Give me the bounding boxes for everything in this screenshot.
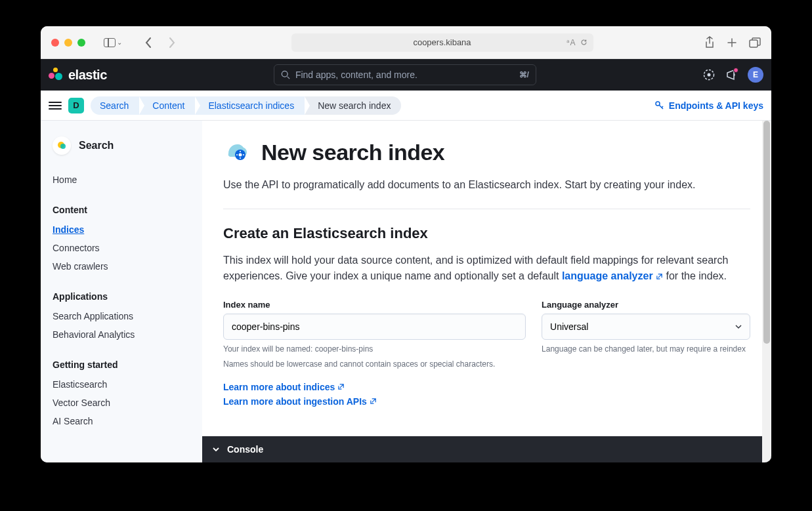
global-search[interactable]: Find apps, content, and more. ⌘/ xyxy=(274,64,536,85)
language-select[interactable]: Universal xyxy=(542,314,750,340)
translate-icon[interactable]: ᵃA xyxy=(566,38,575,47)
sidebar-item-ai-search[interactable]: AI Search xyxy=(53,412,190,430)
page-content: New search index Use the API to programa… xyxy=(202,121,771,462)
svg-point-6 xyxy=(60,144,66,149)
sidebar-section-applications: Applications xyxy=(53,291,190,302)
breadcrumb-content[interactable]: Content xyxy=(139,96,195,115)
window-controls xyxy=(51,39,85,47)
reload-icon[interactable] xyxy=(580,38,588,47)
index-help-1: Your index will be named: cooper-bins-pi… xyxy=(223,344,526,355)
index-help-2: Names should be lowercase and cannot con… xyxy=(223,359,526,370)
forward-button[interactable] xyxy=(164,35,180,51)
svg-point-3 xyxy=(708,73,711,77)
url-text: coopers.kibana xyxy=(413,37,471,47)
minimize-window-button[interactable] xyxy=(64,39,72,47)
tabs-icon[interactable] xyxy=(749,37,761,48)
sidebar-item-behavioral-analytics[interactable]: Behavioral Analytics xyxy=(53,325,190,344)
elastic-logo-icon xyxy=(49,68,63,82)
help-icon[interactable] xyxy=(703,69,715,81)
space-badge[interactable]: D xyxy=(68,98,84,113)
page-title: New search index xyxy=(261,140,444,165)
page-description: Use the API to programatically add docum… xyxy=(223,177,750,193)
key-icon xyxy=(654,100,665,111)
sidebar: Search Home Content Indices Connectors W… xyxy=(41,121,202,462)
search-app-icon xyxy=(53,136,71,155)
share-icon[interactable] xyxy=(704,36,715,49)
search-icon xyxy=(281,70,290,79)
svg-rect-0 xyxy=(750,40,758,47)
index-name-input[interactable] xyxy=(223,314,526,340)
svg-point-1 xyxy=(282,71,288,77)
sidebar-item-indices[interactable]: Indices xyxy=(53,220,190,239)
search-placeholder: Find apps, content, and more. xyxy=(295,70,417,80)
sidebar-toggle-button[interactable]: ⌄ xyxy=(104,38,122,47)
index-name-label: Index name xyxy=(223,300,526,310)
sidebar-item-vector-search[interactable]: Vector Search xyxy=(53,394,190,412)
notification-dot xyxy=(733,68,738,73)
learn-ingestion-link[interactable]: Learn more about ingestion APIs xyxy=(223,396,750,407)
chevron-down-icon xyxy=(735,323,742,331)
breadcrumb-search[interactable]: Search xyxy=(91,96,139,115)
elastic-logo-text: elastic xyxy=(68,68,107,83)
app-content: elastic Find apps, content, and more. ⌘/… xyxy=(41,59,771,462)
sidebar-title: Search xyxy=(53,136,190,155)
section-description: This index will hold your data source co… xyxy=(223,253,750,284)
sidebar-item-web-crawlers[interactable]: Web crawlers xyxy=(53,257,190,276)
chevron-down-icon: ⌄ xyxy=(117,39,122,46)
learn-indices-link[interactable]: Learn more about indices xyxy=(223,382,750,392)
language-label: Language analyzer xyxy=(542,300,750,310)
breadcrumb-indices[interactable]: Elasticsearch indices xyxy=(195,96,305,115)
browser-titlebar: ⌄ coopers.kibana ᵃA xyxy=(41,26,771,59)
kibana-header: elastic Find apps, content, and more. ⌘/… xyxy=(41,59,771,91)
sidebar-item-search-applications[interactable]: Search Applications xyxy=(53,307,190,325)
sidebar-item-connectors[interactable]: Connectors xyxy=(53,239,190,257)
user-avatar[interactable]: E xyxy=(748,67,763,83)
endpoints-link[interactable]: Endpoints & API keys xyxy=(654,100,763,111)
elastic-logo[interactable]: elastic xyxy=(49,68,107,83)
external-link-icon xyxy=(370,398,377,405)
console-bar[interactable]: Console xyxy=(202,436,771,462)
browser-window: ⌄ coopers.kibana ᵃA xyxy=(41,26,771,462)
page-icon xyxy=(223,139,249,165)
sidebar-section-content: Content xyxy=(53,205,190,215)
back-button[interactable] xyxy=(140,35,156,51)
breadcrumb-current: New search index xyxy=(305,96,401,115)
breadcrumb: Search Content Elasticsearch indices New… xyxy=(91,96,401,115)
breadcrumb-bar: D Search Content Elasticsearch indices N… xyxy=(41,91,771,121)
scrollbar[interactable] xyxy=(762,121,771,462)
sidebar-item-elasticsearch[interactable]: Elasticsearch xyxy=(53,375,190,394)
close-window-button[interactable] xyxy=(51,39,59,47)
search-shortcut: ⌘/ xyxy=(519,70,529,79)
scrollbar-thumb[interactable] xyxy=(763,121,770,344)
sidebar-section-getting-started: Getting started xyxy=(53,359,190,370)
svg-point-8 xyxy=(239,153,242,157)
sidebar-icon xyxy=(104,38,116,47)
external-link-icon xyxy=(337,383,345,390)
section-title: Create an Elasticsearch index xyxy=(223,225,750,242)
console-label: Console xyxy=(227,444,263,455)
chevron-down-icon xyxy=(211,445,221,454)
language-analyzer-link[interactable]: language analyzer xyxy=(562,270,663,281)
news-icon[interactable] xyxy=(725,69,737,81)
maximize-window-button[interactable] xyxy=(77,39,85,47)
divider xyxy=(223,209,750,209)
new-tab-icon[interactable] xyxy=(727,37,737,48)
address-bar[interactable]: coopers.kibana ᵃA xyxy=(291,33,593,52)
language-help: Language can be changed later, but may r… xyxy=(542,344,750,355)
sidebar-home[interactable]: Home xyxy=(53,171,190,189)
nav-menu-button[interactable] xyxy=(49,99,62,112)
main-area: Search Home Content Indices Connectors W… xyxy=(41,121,771,462)
